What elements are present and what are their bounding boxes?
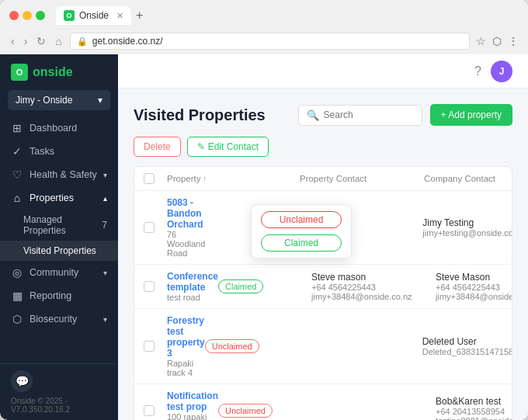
table-row: Conference template test road Claimed St…: [134, 265, 512, 309]
page-area: Visited Properties 🔍 + Add property Dele…: [118, 89, 528, 420]
company-email: Deleted_638315147158939984_939: [422, 347, 512, 356]
new-tab-button[interactable]: +: [136, 9, 143, 23]
property-name[interactable]: Conference template: [167, 271, 218, 293]
row-status[interactable]: Claimed: [218, 279, 311, 293]
row-status[interactable]: Unclaimed: [218, 404, 311, 418]
lock-icon: 🔒: [77, 36, 88, 47]
row-company-contact: Bob&Karen test +64 20413558954 testing09…: [436, 396, 512, 420]
row-checkbox[interactable]: [144, 222, 167, 233]
tab-close-button[interactable]: ✕: [116, 11, 123, 21]
back-button[interactable]: ‹: [9, 35, 16, 47]
main-content: ? J Visited Properties 🔍 + Add property: [118, 54, 528, 420]
row-property: 5083 - Bandon Orchard 76 Woodland Road: [167, 197, 205, 258]
add-property-button[interactable]: + Add property: [430, 104, 512, 126]
chevron-icon: ▴: [103, 194, 107, 203]
table-header: Property ↑ Property Contact Company Cont…: [134, 167, 512, 191]
edit-contact-button[interactable]: ✎ Edit Contact: [187, 137, 269, 157]
company-name: Steve Mason: [436, 272, 512, 283]
org-selector[interactable]: Jimy - Onside ▾: [8, 90, 110, 110]
sidebar-item-biosecurity[interactable]: ⬡ Biosecurity ▾: [0, 307, 118, 331]
health-icon: ♡: [11, 168, 23, 181]
footer-text: Onside © 2025 - V7.0.350.20.16.2: [11, 397, 70, 414]
status-badge[interactable]: Claimed: [218, 279, 263, 293]
row-prop-contact: Steve mason +64 4564225443 jimy+38484@on…: [311, 272, 436, 301]
status-badge[interactable]: Unclaimed: [205, 339, 259, 353]
browser-tab[interactable]: O Onside ✕: [56, 6, 131, 25]
sidebar-item-community[interactable]: ◎ Community ▾: [0, 261, 118, 284]
company-name: Bob&Karen test: [436, 396, 512, 407]
sidebar-item-label: Reporting: [30, 290, 71, 301]
traffic-light-yellow[interactable]: [23, 11, 32, 20]
bookmark-button[interactable]: ☆: [476, 35, 486, 47]
status-badge[interactable]: Unclaimed: [218, 404, 273, 418]
forward-button[interactable]: ›: [23, 35, 30, 47]
sidebar-item-tasks[interactable]: ✓ Tasks: [0, 140, 118, 163]
edit-icon: ✎: [197, 141, 205, 152]
sidebar-item-managed-properties[interactable]: Managed Properties 7: [0, 210, 118, 241]
company-name: Jimy Testing: [422, 217, 512, 228]
logo-icon: O: [11, 64, 28, 81]
delete-button[interactable]: Delete: [134, 137, 181, 157]
managed-badge: 7: [102, 220, 107, 231]
row-company-contact: Jimy Testing jimy+testing@onside.co.nz: [422, 217, 512, 238]
property-name[interactable]: Forestry test property 3: [167, 315, 205, 359]
chevron-icon: ▾: [103, 315, 107, 324]
sidebar-item-visited-properties[interactable]: Visited Properties: [0, 241, 118, 261]
properties-icon: ⌂: [11, 192, 23, 204]
row-checkbox[interactable]: [144, 341, 167, 352]
unclaimed-badge[interactable]: Unclaimed: [261, 211, 342, 228]
avatar[interactable]: J: [491, 61, 512, 82]
sidebar-item-reporting[interactable]: ▦ Reporting: [0, 284, 118, 307]
sidebar-item-label: Health & Safety: [30, 169, 97, 180]
dashboard-icon: ⊞: [11, 122, 23, 134]
chevron-icon: ▾: [103, 269, 107, 277]
col-property[interactable]: Property ↑: [167, 173, 207, 184]
help-icon[interactable]: ?: [474, 64, 481, 78]
property-name[interactable]: Notification test prop: [167, 390, 218, 412]
company-name: Deleted User: [422, 336, 512, 347]
row-checkbox[interactable]: [144, 405, 167, 416]
traffic-light-red[interactable]: [9, 11, 19, 20]
traffic-light-green[interactable]: [36, 11, 45, 20]
prop-contact-phone: +64 4564225443: [311, 283, 436, 292]
main-header: ? J: [118, 54, 528, 89]
sidebar-item-properties[interactable]: ⌂ Properties ▴: [0, 186, 118, 210]
search-input[interactable]: [324, 109, 414, 120]
row-checkbox[interactable]: [144, 281, 167, 292]
url-text: get.onside.co.nz/: [92, 36, 163, 47]
company-phone: +64 4564225443: [436, 283, 512, 292]
visited-properties-label: Visited Properties: [23, 245, 96, 256]
sidebar-item-health-safety[interactable]: ♡ Health & Safety ▾: [0, 163, 118, 186]
property-address: Rapaki track 4: [167, 359, 205, 377]
col-property-label: Property: [167, 174, 200, 183]
property-name[interactable]: 5083 - Bandon Orchard: [167, 197, 205, 230]
sidebar: O onside Jimy - Onside ▾ ⊞ Dashboard ✓ T…: [0, 54, 118, 420]
sidebar-item-label: Dashboard: [30, 123, 77, 134]
reload-button[interactable]: ↻: [35, 35, 47, 47]
page-title: Visited Properties: [134, 106, 266, 124]
company-email: jimy+testing@onside.co.nz: [422, 228, 512, 238]
table-row: Forestry test property 3 Rapaki track 4 …: [134, 309, 512, 384]
sidebar-logo: O onside: [0, 54, 118, 90]
prop-contact-name: Steve mason: [311, 272, 436, 283]
home-button[interactable]: ⌂: [54, 35, 63, 47]
row-company-contact: Steve Mason +64 4564225443 jimy+38484@on…: [436, 272, 512, 301]
company-email: testing0901@onside.co.nz: [436, 416, 512, 420]
chat-bubble[interactable]: 💬: [11, 370, 33, 392]
select-all-checkbox[interactable]: [144, 173, 155, 184]
prop-contact-email: jimy+38484@onside.co.nz: [311, 292, 436, 301]
menu-button[interactable]: ⋮: [508, 35, 519, 47]
tab-title: Onside: [79, 10, 109, 21]
address-bar[interactable]: 🔒 get.onside.co.nz/: [70, 33, 470, 50]
sidebar-item-dashboard[interactable]: ⊞ Dashboard: [0, 116, 118, 140]
row-property: Conference template test road: [167, 271, 218, 302]
extension-icon[interactable]: ⬡: [492, 35, 502, 47]
org-name: Jimy - Onside: [16, 95, 72, 106]
property-address: 76 Woodland Road: [167, 230, 205, 258]
claimed-badge[interactable]: Claimed: [261, 234, 342, 252]
property-address: 100 rapaki track 15: [167, 412, 218, 420]
search-box[interactable]: 🔍: [298, 105, 422, 126]
row-status[interactable]: Unclaimed: [205, 339, 298, 353]
avatar-initials: J: [499, 66, 505, 77]
sidebar-footer: 💬 Onside © 2025 - V7.0.350.20.16.2: [0, 363, 118, 420]
